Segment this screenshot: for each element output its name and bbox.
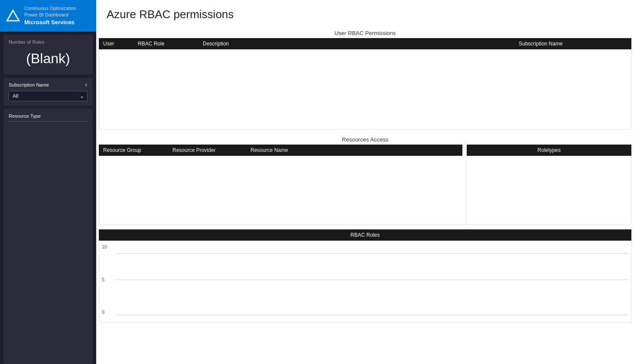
- resources-access-title: Resources Access: [96, 134, 634, 145]
- resource-type-label: Resource Type: [9, 113, 88, 122]
- resources-left-body: [99, 156, 466, 225]
- number-of-roles-widget: Number of Roles (Blank): [3, 35, 93, 74]
- number-of-roles-value: (Blank): [9, 47, 88, 70]
- user-rbac-title: User RBAC Permissions: [96, 27, 634, 38]
- resources-right-body: [466, 156, 631, 225]
- col-resource-name: Resource Name: [250, 147, 458, 153]
- resources-access-section: Resources Access Resource Group Resource…: [96, 134, 634, 225]
- header-line3: Microsoft Services: [24, 19, 76, 26]
- rbac-roles-header: RBAC Roles: [99, 229, 631, 241]
- subscription-select[interactable]: All: [9, 91, 88, 101]
- y-label-0: 0: [102, 309, 107, 315]
- main-content: Azure RBAC permissions User RBAC Permiss…: [96, 0, 634, 364]
- user-rbac-table-header: User RBAC Role Description Subscription …: [99, 38, 631, 49]
- page-title: Azure RBAC permissions: [96, 0, 634, 27]
- svg-marker-0: [7, 10, 19, 21]
- col-resource-group: Resource Group: [103, 147, 172, 153]
- number-of-roles-label: Number of Roles: [9, 39, 88, 45]
- header-line2: Power BI Dashboard: [24, 12, 76, 18]
- col-rbac-role: RBAC Role: [138, 41, 203, 47]
- svg-line-1: [7, 10, 13, 21]
- col-description: Description: [203, 41, 519, 47]
- sidebar-header: Continuous Optimization Power BI Dashboa…: [0, 0, 96, 32]
- user-rbac-table-body: [99, 49, 631, 129]
- rbac-roles-chart: 10 5 0: [99, 241, 631, 323]
- col-resource-provider: Resource Provider: [172, 147, 250, 153]
- subscription-select-wrapper[interactable]: All: [9, 91, 88, 101]
- sidebar-header-text: Continuous Optimization Power BI Dashboa…: [24, 5, 76, 26]
- azure-logo-icon: [6, 9, 20, 23]
- resources-table-body: [99, 156, 631, 225]
- resources-left-header: Resource Group Resource Provider Resourc…: [99, 145, 462, 156]
- rbac-roles-section: RBAC Roles 10 5 0: [96, 229, 634, 364]
- chart-gridline-5: [117, 280, 628, 280]
- resource-type-section: Resource Type: [3, 109, 93, 364]
- chart-gridline-0: [117, 315, 628, 315]
- roletypes-header: Roletypes: [467, 145, 631, 156]
- y-label-5: 5: [102, 277, 107, 282]
- subscription-filter-section: Subscription Name ∨ All: [3, 78, 93, 106]
- col-subscription-name: Subscription Name: [519, 41, 627, 47]
- content-area: User RBAC Permissions User RBAC Role Des…: [96, 27, 634, 364]
- chart-y-labels: 10 5 0: [102, 241, 107, 318]
- col-user: User: [103, 41, 138, 47]
- subscription-filter-label: Subscription Name ∨: [9, 82, 88, 87]
- chart-gridline-10: [117, 253, 628, 254]
- y-label-10: 10: [102, 244, 107, 249]
- chart-lines: [117, 241, 628, 318]
- sidebar: Continuous Optimization Power BI Dashboa…: [0, 0, 96, 364]
- resources-header-row: Resource Group Resource Provider Resourc…: [99, 145, 631, 156]
- header-line1: Continuous Optimization: [24, 5, 76, 12]
- user-rbac-section: User RBAC Permissions User RBAC Role Des…: [96, 27, 634, 129]
- subscription-chevron-icon: ∨: [85, 82, 88, 87]
